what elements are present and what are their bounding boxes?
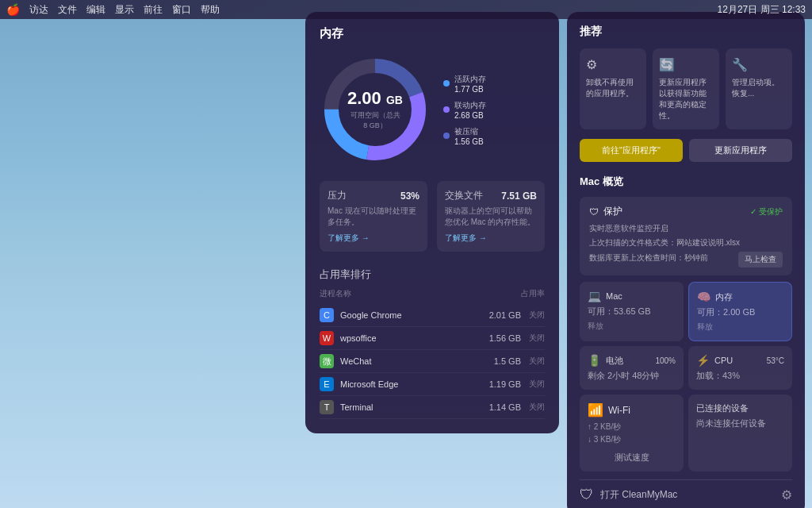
protection-title: 🛡 保护: [589, 205, 622, 218]
cpu-temp: 53°C: [767, 356, 784, 365]
terminal-close[interactable]: 关闭: [529, 402, 545, 413]
ranking-section: 占用率排行 进程名称 占用率 C Google Chrome 2.01 GB 关…: [320, 267, 545, 419]
status-memory-value: 可用：2.00 GB: [697, 306, 783, 318]
menu-edit[interactable]: 编辑: [86, 3, 105, 17]
speed-test-button[interactable]: 测试速度: [615, 452, 649, 464]
menu-file[interactable]: 文件: [58, 3, 77, 17]
wechat-name: WeChat: [340, 356, 494, 366]
cpu-icon: ⚡: [696, 354, 710, 367]
pressure-value: 53%: [400, 190, 419, 202]
wifi-icon: 📶: [588, 402, 603, 418]
pressure-link[interactable]: 了解更多 →: [327, 233, 419, 244]
edge-close[interactable]: 关闭: [529, 379, 545, 390]
settings-gear-icon[interactable]: ⚙: [781, 487, 792, 502]
rec-card-update: 🔄 更新应用程序以获得新功能和更高的稳定性。: [653, 48, 719, 129]
menu-display[interactable]: 显示: [115, 3, 134, 17]
wechat-close[interactable]: 关闭: [529, 356, 545, 367]
edge-name: Microsoft Edge: [340, 379, 489, 389]
swap-link[interactable]: 了解更多 →: [445, 233, 537, 244]
apple-menu[interactable]: 🍎: [6, 3, 20, 16]
status-mac-header: 💻 Mac: [588, 290, 676, 302]
wps-mem: 1.56 GB: [489, 333, 521, 343]
status-memory-title: 内存: [715, 291, 733, 303]
menubar-datetime: 12月27日 周三 12:33: [718, 3, 806, 17]
legend-compressed-label: 被压缩: [454, 126, 484, 137]
rec-card-startup: 🔧 管理启动项。恢复...: [726, 48, 792, 129]
wifi-up-row: ↑ 2 KB/秒: [588, 421, 676, 433]
wifi-down-row: ↓ 3 KB/秒: [588, 433, 676, 446]
rec-card-uninstall-text: 卸载不再使用的应用程序。: [586, 77, 640, 99]
rec-cards: ⚙ 卸载不再使用的应用程序。 🔄 更新应用程序以获得新功能和更高的稳定性。 🔧 …: [580, 48, 792, 129]
swap-desc: 驱动器上的空间可以帮助您优化 Mac 的内存性能。: [445, 206, 537, 228]
status-mac-action[interactable]: 释放: [588, 321, 676, 332]
protection-header: 🛡 保护 ✓ 受保护: [589, 205, 783, 218]
status-cpu-title: CPU: [714, 356, 733, 365]
right-footer: 🛡 打开 CleanMyMac ⚙: [580, 479, 792, 503]
rec-card-startup-text: 管理启动项。恢复...: [732, 77, 786, 99]
memory-donut-center: 2.00 GB 可用空间（总共 8 GB）: [347, 88, 403, 131]
footer-brand: 🛡 打开 CleanMyMac: [580, 487, 677, 503]
update-apps-button[interactable]: 更新应用程序: [689, 139, 792, 162]
menubar-left: 🍎 访达 文件 编辑 显示 前往 窗口 帮助: [6, 3, 220, 17]
memory-panel: 内存 2.00 GB 可用空间（总共 8 GB）: [305, 12, 559, 433]
status-mac: 💻 Mac 可用：53.65 GB 释放: [580, 282, 684, 341]
rec-card-uninstall: ⚙ 卸载不再使用的应用程序。: [580, 48, 646, 129]
edge-mem: 1.19 GB: [489, 379, 521, 389]
memory-donut-wrapper: 2.00 GB 可用空间（总共 8 GB）: [320, 54, 431, 165]
status-mac-value: 可用：53.65 GB: [588, 306, 676, 318]
protection-badge: ✓ 受保护: [750, 206, 783, 217]
status-memory-header: 🧠 内存: [697, 291, 783, 303]
menubar: 🍎 访达 文件 编辑 显示 前往 窗口 帮助 12月27日 周三 12:33: [0, 0, 812, 19]
memory-value: 2.00 GB: [347, 88, 403, 109]
process-wps: W wpsoffice 1.56 GB 关闭: [320, 327, 545, 350]
connected-devices-value: 尚未连接任何设备: [696, 418, 784, 429]
protection-detail3: 数据库更新上次检查时间：秒钟前: [589, 252, 708, 264]
connected-devices-header: 已连接的设备: [696, 402, 784, 414]
connected-devices-card: 已连接的设备 尚未连接任何设备: [688, 394, 792, 471]
protection-label: 保护: [603, 205, 622, 218]
memory-donut-container: 2.00 GB 可用空间（总共 8 GB） 活跃内存 1.77 GB 联动内存 …: [320, 54, 545, 165]
status-battery-title: 电池: [606, 355, 623, 367]
menu-help[interactable]: 帮助: [201, 3, 220, 17]
legend-active: 活跃内存 1.77 GB: [443, 74, 486, 94]
swap-header: 交换文件 7.51 GB: [445, 189, 537, 202]
ranking-col-usage: 占用率: [521, 288, 545, 299]
status-mac-title: Mac: [606, 291, 622, 301]
legend-active-label: 活跃内存: [454, 74, 486, 85]
rec-buttons: 前往"应用程序" 更新应用程序: [580, 139, 792, 162]
footer-brand-label[interactable]: 打开 CleanMyMac: [600, 488, 677, 502]
terminal-name: Terminal: [340, 402, 489, 412]
protection-detail2: 上次扫描的文件格式类：网站建设说明.xlsx: [589, 237, 783, 248]
status-cpu: ⚡ CPU 53°C 加载：43%: [688, 346, 792, 390]
rec-card-update-text: 更新应用程序以获得新功能和更高的稳定性。: [659, 77, 713, 121]
check-now-button[interactable]: 马上检查: [738, 252, 783, 267]
wifi-devices-row: 📶 Wi-Fi ↑ 2 KB/秒 ↓ 3 KB/秒 测试速度 已连接的设备 尚未…: [580, 394, 792, 471]
goto-apps-button[interactable]: 前往"应用程序": [580, 139, 683, 162]
chrome-icon: C: [320, 308, 334, 322]
wps-close[interactable]: 关闭: [529, 333, 545, 344]
mac-icon: 💻: [588, 290, 601, 302]
menu-window[interactable]: 窗口: [172, 3, 191, 17]
menu-goto[interactable]: 前往: [144, 3, 163, 17]
memory-icon: 🧠: [697, 291, 710, 303]
wifi-card: 📶 Wi-Fi ↑ 2 KB/秒 ↓ 3 KB/秒 测试速度: [580, 394, 684, 471]
status-grid: 💻 Mac 可用：53.65 GB 释放 🧠 内存 可用：2.00 GB 释放 …: [580, 282, 792, 390]
legend-active-dot: [443, 80, 450, 87]
legend-active-value: 1.77 GB: [454, 85, 486, 94]
app-name[interactable]: 访达: [29, 3, 48, 17]
menubar-right: 12月27日 周三 12:33: [718, 3, 806, 17]
pressure-desc: Mac 现在可以随时处理更多任务。: [327, 206, 419, 228]
status-memory-action[interactable]: 释放: [697, 321, 783, 333]
connected-devices-title: 已连接的设备: [696, 402, 749, 414]
wps-name: wpsoffice: [340, 333, 489, 343]
legend-compressed-value: 1.56 GB: [454, 137, 484, 146]
ranking-col-name: 进程名称: [320, 288, 351, 299]
pressure-title: 压力: [327, 189, 347, 202]
legend-compressed-dot: [443, 133, 450, 139]
legend-wired: 联动内存 2.68 GB: [443, 100, 486, 120]
legend-wired-dot: [443, 106, 450, 113]
ranking-title: 占用率排行: [320, 267, 545, 282]
status-memory: 🧠 内存 可用：2.00 GB 释放: [688, 282, 792, 341]
rec-card-startup-icon: 🔧: [732, 56, 786, 74]
chrome-close[interactable]: 关闭: [529, 310, 545, 321]
